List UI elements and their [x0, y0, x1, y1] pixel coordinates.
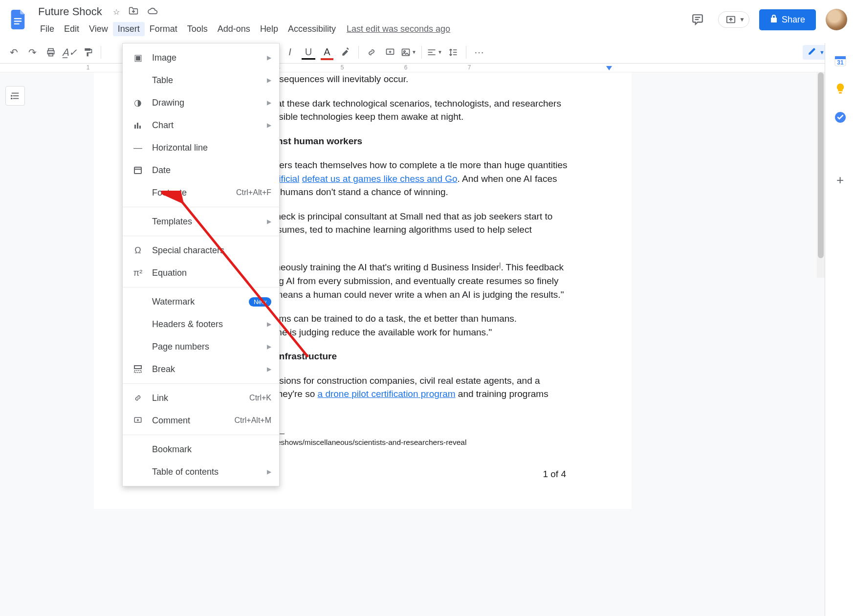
ruler-tick: 1: [87, 64, 90, 71]
insert-drawing[interactable]: ◑Drawing▶: [123, 91, 279, 114]
side-panel: 31 +: [825, 43, 855, 616]
calendar-icon[interactable]: 31: [833, 54, 847, 67]
docs-logo[interactable]: [6, 7, 31, 32]
svg-rect-2: [14, 23, 20, 24]
last-edit-link[interactable]: Last edit was seconds ago: [347, 24, 450, 34]
insert-image-button[interactable]: ▼: [400, 44, 417, 61]
insert-page-numbers[interactable]: Page numbers▶: [123, 335, 279, 358]
image-icon: ▣: [131, 52, 145, 63]
print-button[interactable]: [42, 44, 60, 61]
add-addon-icon[interactable]: +: [833, 173, 847, 187]
submenu-arrow-icon: ▶: [267, 54, 271, 61]
insert-templates[interactable]: Templates▶: [123, 210, 279, 233]
italic-button[interactable]: I: [281, 44, 299, 61]
comment-history-icon[interactable]: [687, 9, 708, 30]
shortcut-label: Ctrl+K: [249, 394, 271, 402]
svg-rect-35: [134, 366, 141, 369]
chevron-down-icon: ▼: [739, 16, 745, 23]
insert-headers-footers[interactable]: Headers & footers▶: [123, 313, 279, 335]
insert-horizontal-line[interactable]: —Horizontal line: [123, 136, 279, 159]
undo-button[interactable]: ↶: [5, 44, 22, 61]
chevron-down-icon: ▼: [819, 49, 825, 55]
svg-point-24: [11, 98, 12, 99]
menu-help[interactable]: Help: [255, 22, 283, 36]
more-tools-button[interactable]: ⋯: [470, 44, 488, 61]
menubar: File Edit View Insert Format Tools Add-o…: [35, 21, 450, 37]
svg-rect-36: [134, 371, 141, 373]
cloud-status-icon[interactable]: [147, 7, 158, 17]
insert-bookmark[interactable]: Bookmark: [123, 438, 279, 461]
redo-button[interactable]: ↷: [23, 44, 41, 61]
svg-rect-30: [134, 125, 136, 129]
menu-tools[interactable]: Tools: [182, 22, 213, 36]
svg-rect-33: [134, 167, 141, 174]
insert-date[interactable]: Date: [123, 159, 279, 181]
text-color-button[interactable]: A: [318, 44, 336, 61]
svg-rect-28: [839, 92, 842, 94]
insert-toc[interactable]: Table of contents▶: [123, 461, 279, 483]
indent-marker[interactable]: [606, 66, 612, 70]
share-label: Share: [782, 15, 805, 25]
menu-accessibility[interactable]: Accessibility: [283, 22, 341, 36]
tasks-icon[interactable]: [833, 110, 847, 124]
insert-chart[interactable]: Chart▶: [123, 114, 279, 136]
svg-point-13: [404, 50, 405, 52]
share-button[interactable]: Share: [759, 9, 816, 30]
pencil-icon: [808, 47, 816, 58]
insert-watermark[interactable]: WatermarkNew: [123, 290, 279, 313]
submenu-arrow-icon: ▶: [267, 122, 271, 129]
svg-rect-32: [139, 126, 141, 129]
submenu-arrow-icon: ▶: [267, 321, 271, 328]
highlight-button[interactable]: [337, 44, 354, 61]
insert-equation[interactable]: π²Equation: [123, 262, 279, 284]
keep-icon[interactable]: [833, 82, 847, 96]
add-comment-button[interactable]: [381, 44, 399, 61]
link[interactable]: a drone pilot certification program: [318, 389, 456, 399]
insert-link[interactable]: LinkCtrl+K: [123, 387, 279, 409]
shortcut-label: Ctrl+Alt+F: [236, 188, 271, 197]
line-spacing-button[interactable]: [444, 44, 462, 61]
submenu-arrow-icon: ▶: [267, 99, 271, 106]
svg-rect-31: [137, 123, 138, 129]
insert-link-button[interactable]: [363, 44, 380, 61]
new-badge: New: [249, 297, 271, 307]
insert-table[interactable]: Table▶: [123, 69, 279, 91]
pi-icon: π²: [131, 268, 145, 278]
insert-footnote[interactable]: FootnoteCtrl+Alt+F: [123, 181, 279, 204]
menu-view[interactable]: View: [84, 22, 113, 36]
insert-image[interactable]: ▣Image▶: [123, 46, 279, 69]
insert-comment[interactable]: CommentCtrl+Alt+M: [123, 409, 279, 432]
outline-toggle-button[interactable]: [5, 86, 25, 106]
link-icon: [131, 394, 145, 402]
menu-addons[interactable]: Add-ons: [213, 22, 255, 36]
submenu-arrow-icon: ▶: [267, 77, 271, 84]
star-icon[interactable]: ☆: [113, 7, 120, 17]
svg-text:31: 31: [837, 59, 844, 66]
account-avatar[interactable]: [826, 9, 847, 30]
vertical-scrollbar[interactable]: [817, 72, 825, 278]
menu-format[interactable]: Format: [145, 22, 182, 36]
titlebar: Future Shock ☆ File Edit View Insert For…: [0, 0, 855, 41]
omega-icon: Ω: [131, 245, 145, 256]
menu-insert[interactable]: Insert: [113, 22, 145, 36]
svg-rect-0: [14, 18, 22, 19]
svg-point-23: [11, 95, 12, 96]
submenu-arrow-icon: ▶: [267, 366, 271, 373]
underline-button[interactable]: U: [300, 44, 317, 61]
drawing-icon: ◑: [131, 97, 145, 108]
present-button[interactable]: ▼: [718, 11, 749, 28]
menu-file[interactable]: File: [35, 22, 59, 36]
doc-title[interactable]: Future Shock: [35, 4, 105, 19]
shortcut-label: Ctrl+Alt+M: [234, 416, 271, 425]
insert-menu-dropdown: ▣Image▶ Table▶ ◑Drawing▶ Chart▶ —Horizon…: [122, 43, 280, 486]
move-icon[interactable]: [129, 6, 138, 17]
align-button[interactable]: ▼: [426, 44, 443, 61]
spellcheck-button[interactable]: A̲✓: [61, 44, 78, 61]
menu-edit[interactable]: Edit: [59, 22, 84, 36]
insert-special-chars[interactable]: ΩSpecial characters: [123, 239, 279, 262]
chart-icon: [131, 121, 145, 130]
insert-break[interactable]: Break▶: [123, 358, 279, 380]
link[interactable]: defeat us at games like chess and Go: [302, 174, 458, 184]
paint-format-button[interactable]: [79, 44, 97, 61]
submenu-arrow-icon: ▶: [267, 468, 271, 475]
